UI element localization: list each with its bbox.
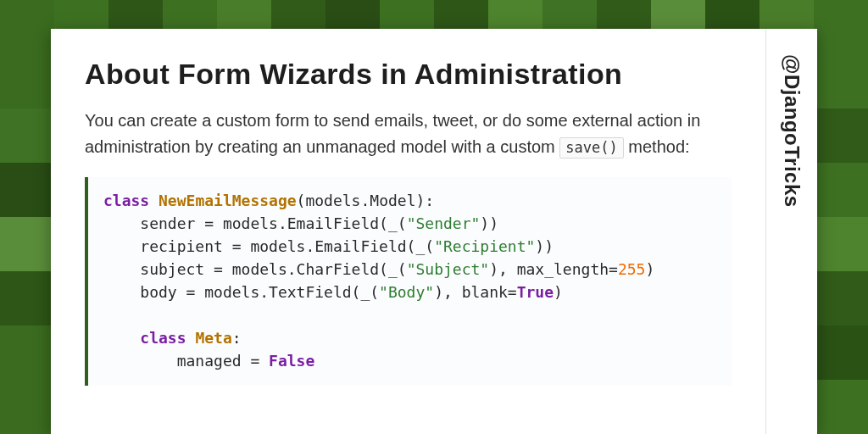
code-text: recipient = models.EmailField(_(: [103, 237, 434, 255]
code-text: ), blank=: [434, 283, 517, 301]
classname-newemailmessage: NewEmailMessage: [159, 192, 297, 209]
code-text: ): [645, 260, 654, 278]
code-text: :: [232, 329, 242, 347]
classname-meta: Meta: [195, 329, 231, 347]
keyword-class: class: [103, 192, 149, 209]
code-text: sender = models.EmailField(_(: [103, 214, 407, 232]
code-block: class NewEmailMessage(models.Model): sen…: [85, 177, 732, 386]
code-text: subject = models.CharField(_(: [103, 260, 407, 278]
lead-text-after: method:: [628, 137, 689, 156]
author-handle: @DjangoTricks: [780, 54, 804, 208]
content-card: About Form Wizards in Administration You…: [51, 29, 817, 434]
code-text: [103, 329, 140, 347]
number-255: 255: [618, 260, 646, 278]
string-sender: "Sender": [407, 214, 481, 232]
string-body: "Body": [379, 283, 434, 301]
code-text: )): [535, 237, 554, 255]
keyword-class-meta: class: [140, 329, 186, 347]
string-recipient: "Recipient": [434, 237, 535, 255]
string-subject: "Subject": [407, 260, 490, 278]
code-text: ), max_length=: [489, 260, 618, 278]
lead-paragraph: You can create a custom form to send ema…: [85, 108, 732, 160]
inline-code-save: save(): [559, 137, 623, 159]
code-text: ): [554, 283, 563, 301]
page-title: About Form Wizards in Administration: [85, 58, 732, 91]
article-main: About Form Wizards in Administration You…: [51, 29, 765, 434]
bool-true: True: [517, 283, 554, 301]
code-text: )): [480, 214, 498, 232]
code-text: body = models.TextField(_(: [103, 283, 379, 301]
bool-false: False: [269, 352, 314, 370]
code-text: managed =: [103, 352, 269, 370]
code-text: (models.Model):: [297, 192, 435, 209]
sidebar: @DjangoTricks: [765, 29, 817, 434]
